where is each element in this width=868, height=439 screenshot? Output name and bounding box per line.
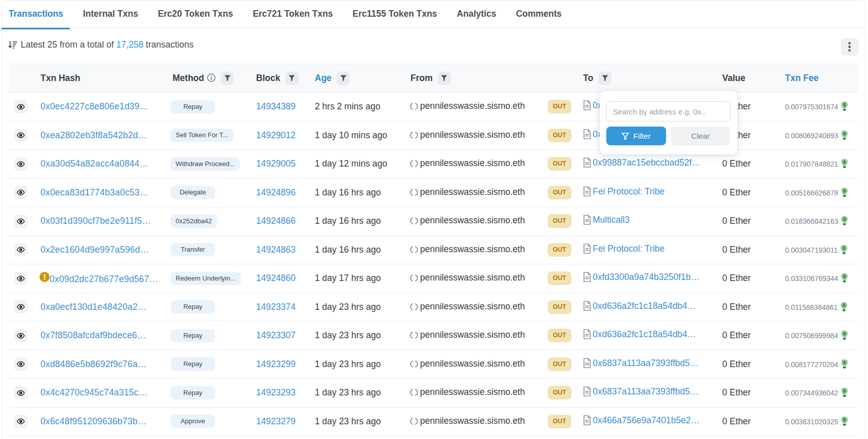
svg-text:$: $ xyxy=(843,102,846,107)
svg-text:$: $ xyxy=(843,273,846,279)
svg-text:$: $ xyxy=(843,216,846,222)
svg-text:$: $ xyxy=(843,416,846,422)
svg-text:$: $ xyxy=(843,245,846,250)
svg-text:$: $ xyxy=(843,187,846,193)
svg-text:$: $ xyxy=(843,359,846,365)
svg-text:$: $ xyxy=(843,130,846,136)
svg-text:$: $ xyxy=(843,388,846,393)
svg-text:$: $ xyxy=(843,302,846,307)
svg-text:$: $ xyxy=(843,331,846,336)
svg-text:$: $ xyxy=(843,159,846,165)
